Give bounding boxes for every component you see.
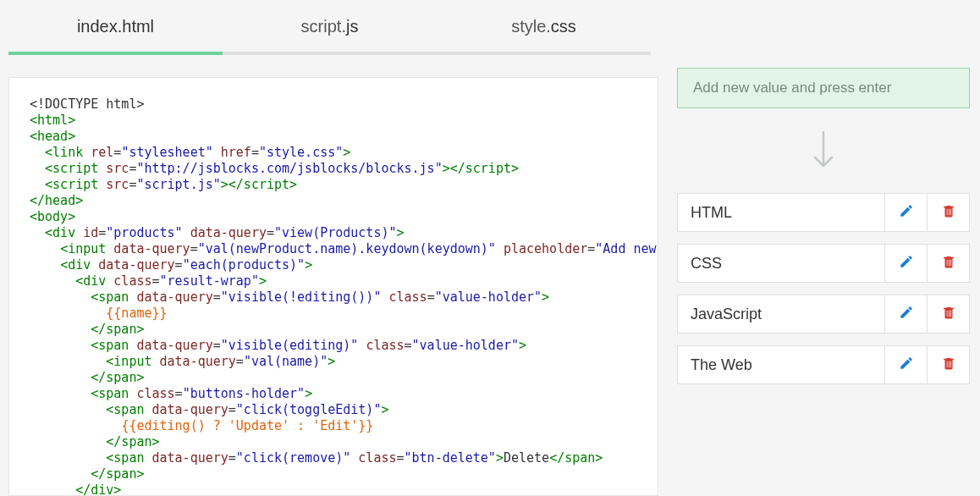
delete-button[interactable] — [927, 346, 969, 383]
value-label: The Web — [678, 346, 884, 383]
add-value-input[interactable] — [677, 68, 970, 108]
delete-button[interactable] — [927, 295, 969, 333]
edit-button[interactable] — [884, 346, 927, 383]
tab-stylecss[interactable]: style.css — [437, 7, 651, 55]
preview-panel: HTMLCSSJavaScriptThe Web — [667, 0, 980, 496]
value-list: HTMLCSSJavaScriptThe Web — [677, 193, 970, 384]
delete-button[interactable] — [927, 194, 969, 231]
tab-scriptjs[interactable]: script.js — [223, 7, 437, 55]
delete-icon — [941, 355, 956, 374]
value-label: JavaScript — [678, 295, 884, 333]
edit-icon — [899, 355, 914, 374]
delete-button[interactable] — [927, 245, 969, 282]
edit-icon — [899, 254, 914, 273]
value-row: JavaScript — [677, 295, 970, 333]
edit-button[interactable] — [884, 194, 927, 231]
edit-button[interactable] — [884, 295, 927, 333]
delete-icon — [941, 254, 956, 273]
tab-indexhtml[interactable]: index.html — [8, 7, 223, 55]
code-editor[interactable]: <!DOCTYPE html> <html> <head> <link rel=… — [8, 77, 658, 496]
value-row: CSS — [677, 244, 970, 283]
delete-icon — [941, 203, 956, 222]
value-row: HTML — [677, 193, 970, 232]
value-row: The Web — [677, 345, 970, 384]
down-arrow-icon — [677, 108, 970, 193]
edit-icon — [899, 305, 914, 323]
value-label: CSS — [678, 245, 884, 282]
value-label: HTML — [678, 194, 884, 231]
code-panel: index.htmlscript.jsstyle.css <!DOCTYPE h… — [0, 0, 667, 496]
file-tabs: index.htmlscript.jsstyle.css — [8, 7, 658, 55]
edit-icon — [899, 203, 914, 222]
edit-button[interactable] — [884, 245, 927, 282]
delete-icon — [941, 305, 956, 323]
